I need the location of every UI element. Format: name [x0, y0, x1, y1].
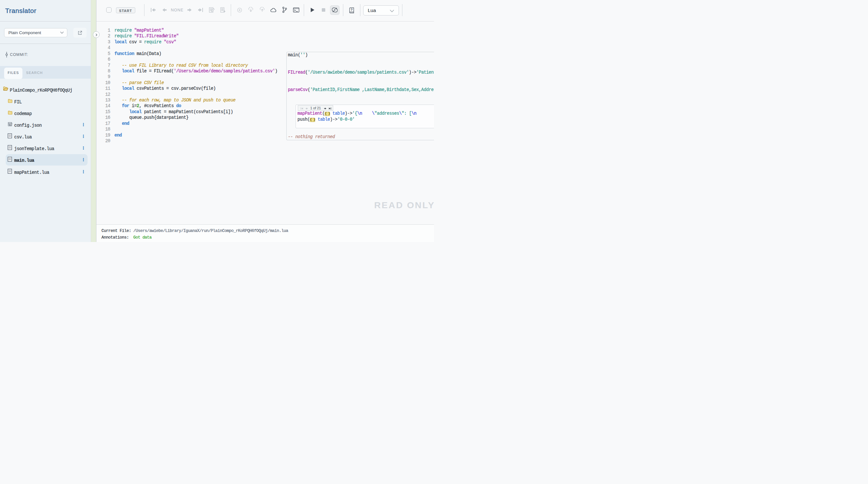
svg-text:?: ?	[350, 8, 352, 11]
